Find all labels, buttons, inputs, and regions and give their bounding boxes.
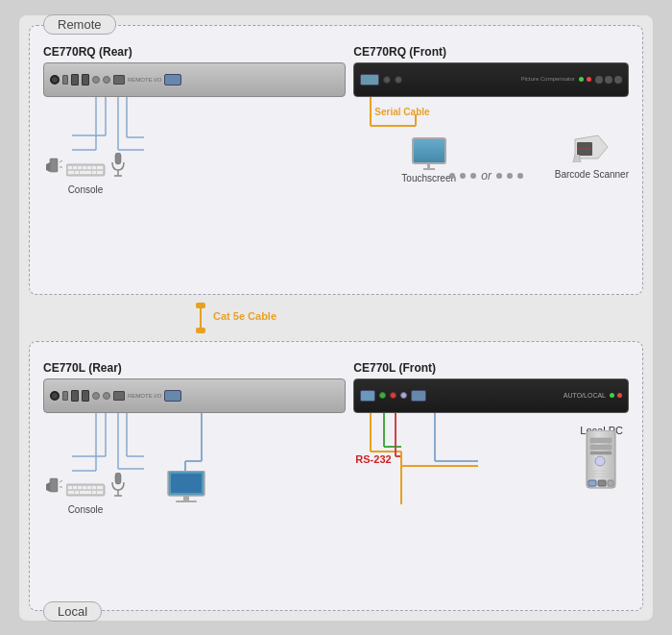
remote-section: Remote CE770RQ (Rear) REMOTE I/O <box>29 25 643 295</box>
local-peripherals-area: Console <box>43 413 346 528</box>
local-monitor-group <box>166 471 208 509</box>
console-label: Console <box>68 184 104 195</box>
local-console-items <box>45 473 126 501</box>
svg-rect-85 <box>590 452 612 454</box>
svg-rect-64 <box>115 473 121 484</box>
svg-rect-21 <box>75 171 79 174</box>
vga-port <box>164 74 181 85</box>
btn3 <box>614 76 622 84</box>
remote-front-unit: Picture Compensator <box>353 62 629 97</box>
svg-rect-58 <box>97 486 103 489</box>
touch-screen-display <box>412 137 446 164</box>
cat5e-cable-section: Cat 5e Cable <box>29 303 643 333</box>
local-front-label: CE770L (Front) <box>353 361 629 375</box>
or-dots: or <box>449 169 523 183</box>
audio-port-1 <box>92 76 100 84</box>
remote-left-side: CE770RQ (Rear) REMOTE I/O <box>43 45 346 198</box>
mic-icon <box>110 153 126 182</box>
svg-marker-9 <box>46 162 50 172</box>
svg-rect-17 <box>87 166 91 169</box>
remote-rear-label: CE770RQ (Rear) <box>43 45 346 59</box>
pc-tower-icon <box>581 430 621 496</box>
local-front-vga2 <box>411 390 426 402</box>
svg-rect-47 <box>50 478 58 492</box>
svg-line-10 <box>60 160 62 162</box>
button-group <box>595 76 622 84</box>
svg-rect-61 <box>80 491 91 494</box>
dot1 <box>449 173 455 179</box>
svg-rect-16 <box>83 166 86 169</box>
usb-port-1 <box>71 74 79 85</box>
svg-rect-60 <box>75 491 79 494</box>
local-front-text: AUTO/LOCAL <box>564 392 606 399</box>
remote-peripherals-area: Console <box>43 97 346 198</box>
local-mic-icon <box>110 473 126 501</box>
local-right-side: CE770L (Front) AUTO/LOCAL <box>353 361 629 528</box>
svg-rect-55 <box>83 486 86 489</box>
svg-rect-14 <box>73 166 77 169</box>
svg-rect-62 <box>92 491 96 494</box>
svg-rect-91 <box>598 480 606 486</box>
svg-rect-23 <box>92 171 96 174</box>
svg-rect-57 <box>92 486 96 489</box>
power-port <box>50 75 60 85</box>
speaker-icon <box>45 153 62 182</box>
svg-rect-90 <box>588 480 596 486</box>
local-rj45 <box>113 391 125 401</box>
cat5e-svg <box>29 303 643 333</box>
local-keyboard-icon <box>66 480 107 501</box>
remote-devices-row: CE770RQ (Rear) REMOTE I/O <box>43 45 629 198</box>
svg-rect-59 <box>68 491 74 494</box>
local-power-port <box>50 391 60 401</box>
svg-rect-54 <box>78 486 82 489</box>
local-front-unit: AUTO/LOCAL <box>353 379 629 413</box>
cat5e-label: Cat 5e Cable <box>213 310 276 322</box>
or-text: or <box>481 169 492 183</box>
svg-marker-48 <box>46 482 50 492</box>
btn2 <box>605 76 612 84</box>
local-section: CE770L (Rear) REMOTE I/O <box>29 341 643 611</box>
local-audio-2 <box>103 392 110 400</box>
local-speaker-icon <box>45 473 62 501</box>
svg-rect-63 <box>97 491 103 494</box>
svg-rect-69 <box>183 496 189 501</box>
local-io-label: REMOTE I/O <box>128 393 161 399</box>
local-vga <box>164 390 181 402</box>
local-port1 <box>62 391 68 401</box>
local-console-group: Console <box>45 473 126 515</box>
local-monitor-icon <box>166 471 208 509</box>
svg-rect-25 <box>115 153 121 164</box>
dot6 <box>517 173 523 179</box>
local-mic-port <box>400 392 407 399</box>
btn1 <box>595 76 603 84</box>
local-rear-label: CE770L (Rear) <box>43 361 346 375</box>
keyboard-icon <box>66 160 107 182</box>
local-usb-2 <box>82 390 89 402</box>
led-remote <box>587 77 591 82</box>
touchscreen-group: Touchscreen <box>401 137 456 183</box>
touchscreen-label: Touchscreen <box>401 173 456 183</box>
serial-cable-label: Serial Cable <box>374 107 429 117</box>
touch-base <box>423 168 435 170</box>
svg-rect-35 <box>196 328 205 333</box>
svg-line-49 <box>60 480 62 482</box>
barcode-label: Barcode Scanner <box>555 169 629 180</box>
svg-rect-34 <box>196 303 205 308</box>
rj45-port <box>113 75 125 85</box>
local-usb-1 <box>71 390 79 402</box>
local-console-label: Console <box>68 504 104 515</box>
svg-rect-92 <box>608 480 613 486</box>
svg-rect-83 <box>590 438 612 443</box>
audio-port-2 <box>103 76 110 84</box>
barcode-icon <box>571 132 612 166</box>
svg-rect-8 <box>50 159 58 172</box>
led-group <box>579 77 591 82</box>
knob1 <box>383 76 391 84</box>
svg-rect-19 <box>97 166 103 169</box>
svg-rect-24 <box>97 171 103 174</box>
port1 <box>62 75 68 85</box>
local-pc-area: RS-232 Local PC <box>353 413 629 528</box>
knob2 <box>395 76 402 84</box>
serial-port <box>360 74 379 85</box>
remote-front-label: CE770RQ (Front) <box>353 45 629 59</box>
